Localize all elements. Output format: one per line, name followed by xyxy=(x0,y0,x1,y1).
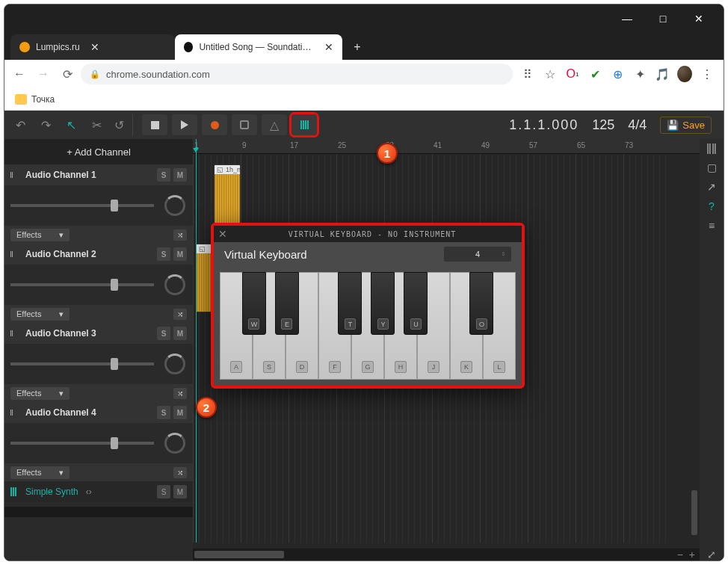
zoom-out[interactable]: − xyxy=(677,549,683,561)
solo-button[interactable]: S xyxy=(157,327,170,340)
ruler[interactable]: 1 9 17 25 33 41 49 57 65 73 xyxy=(193,139,700,154)
ext-check-icon[interactable]: ✔ xyxy=(587,67,602,81)
window-min[interactable]: — xyxy=(610,7,644,30)
record-button[interactable] xyxy=(202,114,227,135)
undo-button[interactable]: ↶ xyxy=(9,114,31,136)
vertical-scrollbar[interactable] xyxy=(689,274,700,547)
timesig-display[interactable]: 4/4 xyxy=(628,117,647,133)
ext-globe-icon[interactable]: ⊕ xyxy=(610,67,625,81)
scroll-thumb[interactable] xyxy=(194,551,284,558)
channel-2[interactable]: Audio Channel 2SM Effects▾⤭ xyxy=(4,244,193,323)
save-button[interactable]: 💾Save xyxy=(660,117,712,134)
horizontal-scrollbar[interactable]: −+ xyxy=(193,549,700,561)
channel-3[interactable]: Audio Channel 3SM Effects▾⤭ xyxy=(4,323,193,402)
menu-icon[interactable]: ⋮ xyxy=(700,67,715,81)
pan-knob[interactable] xyxy=(164,274,185,295)
zoom-in[interactable]: + xyxy=(689,549,695,561)
automation-button[interactable]: ⤭ xyxy=(173,309,187,320)
extensions-icon[interactable]: ✦ xyxy=(632,67,647,81)
library-icon[interactable]: ǁǁ xyxy=(706,142,717,154)
virtual-keyboard-panel[interactable]: ✕ VIRTUAL KEYBOARD - NO INSTRUMENT Virtu… xyxy=(211,223,525,389)
channel-name: Audio Channel 3 xyxy=(25,328,96,339)
volume-fader[interactable] xyxy=(10,283,154,286)
effects-dropdown[interactable]: Effects▾ xyxy=(10,308,70,321)
key-label: A xyxy=(230,361,242,373)
playhead[interactable] xyxy=(196,139,197,543)
share-icon[interactable]: ↗ xyxy=(707,181,716,193)
volume-fader[interactable] xyxy=(10,204,154,207)
avatar-icon[interactable] xyxy=(677,67,692,81)
help-icon[interactable]: ? xyxy=(709,200,715,212)
forward-button[interactable]: → xyxy=(33,64,54,84)
effects-dropdown[interactable]: Effects▾ xyxy=(10,229,70,241)
app-toolbar: ↶ ↷ ↖ ✂ ↺ △ 1.1.1.000 125 4/4 💾Save xyxy=(4,111,724,139)
mute-button[interactable]: M xyxy=(173,168,187,182)
black-key[interactable]: U xyxy=(404,272,428,335)
window-titlebar[interactable]: — □ ✕ xyxy=(4,4,724,33)
new-tab-button[interactable]: + xyxy=(347,37,368,58)
tab-close-icon[interactable]: ✕ xyxy=(90,41,99,53)
effects-dropdown[interactable]: Effects▾ xyxy=(10,387,70,400)
black-key[interactable]: T xyxy=(338,272,362,335)
loop-tool[interactable]: ↺ xyxy=(111,114,133,136)
volume-fader[interactable] xyxy=(10,362,154,365)
folder-icon[interactable]: ▢ xyxy=(707,161,717,173)
octave-select[interactable]: 4 xyxy=(444,247,511,262)
translate-icon[interactable]: ⠿ xyxy=(520,67,535,81)
tab-soundation[interactable]: Untitled Song — Soundation Stu ✕ xyxy=(175,34,342,60)
channel-1[interactable]: Audio Channel 1SM Effects▾⤭ xyxy=(4,164,193,244)
solo-button[interactable]: S xyxy=(157,168,170,182)
window-max[interactable]: □ xyxy=(646,7,680,30)
key-label: J xyxy=(428,361,439,373)
channel-scroll[interactable] xyxy=(4,507,193,517)
mute-button[interactable]: M xyxy=(173,485,187,498)
redo-button[interactable]: ↷ xyxy=(34,114,57,136)
mute-button[interactable]: M xyxy=(173,327,187,340)
reload-button[interactable]: ⟳ xyxy=(57,64,78,84)
pan-knob[interactable] xyxy=(164,353,185,374)
ruler-tick: 9 xyxy=(242,141,247,149)
solo-button[interactable]: S xyxy=(157,406,170,419)
black-key[interactable]: E xyxy=(275,272,299,335)
solo-button[interactable]: S xyxy=(157,485,170,498)
tab-lumpics[interactable]: Lumpics.ru ✕ xyxy=(10,34,175,60)
pointer-tool[interactable]: ↖ xyxy=(60,114,82,136)
stepper-icon[interactable]: ‹› xyxy=(86,487,92,497)
back-button[interactable]: ← xyxy=(9,64,30,84)
expand-icon[interactable]: ⤢ xyxy=(707,549,716,561)
black-key[interactable]: O xyxy=(469,272,493,335)
stop-button[interactable] xyxy=(142,114,167,135)
metronome-button[interactable]: △ xyxy=(262,114,287,135)
mute-button[interactable]: M xyxy=(173,247,187,261)
automation-button[interactable]: ⤭ xyxy=(173,229,187,241)
channel-4[interactable]: Audio Channel 4SM Effects▾⤭ xyxy=(4,402,193,481)
ext-music-icon[interactable]: 🎵 xyxy=(655,67,670,81)
play-button[interactable] xyxy=(172,114,197,135)
position-display[interactable]: 1.1.1.000 xyxy=(509,117,579,133)
black-key[interactable]: Y xyxy=(371,272,395,335)
channel-simple-synth[interactable]: Simple Synth ‹› SM xyxy=(4,481,193,502)
add-channel-button[interactable]: + Add Channel xyxy=(4,139,193,164)
tempo-display[interactable]: 125 xyxy=(592,117,614,133)
virtual-keyboard-button[interactable] xyxy=(291,114,317,135)
settings-icon[interactable]: ≡ xyxy=(709,220,715,232)
bookmark-folder[interactable]: Точка xyxy=(10,91,59,108)
automation-button[interactable]: ⤭ xyxy=(173,388,187,399)
volume-fader[interactable] xyxy=(10,442,154,445)
window-close[interactable]: ✕ xyxy=(682,7,716,30)
channel-name: Audio Channel 4 xyxy=(25,407,96,418)
ext-opera-icon[interactable]: O1 xyxy=(565,67,580,81)
close-icon[interactable]: ✕ xyxy=(218,228,227,240)
tab-close-icon[interactable]: ✕ xyxy=(324,41,333,53)
automation-button[interactable]: ⤭ xyxy=(173,467,187,478)
screen-button[interactable] xyxy=(232,114,257,135)
black-key[interactable]: W xyxy=(242,272,266,335)
omnibox[interactable]: 🔒 chrome.soundation.com xyxy=(81,64,513,84)
mute-button[interactable]: M xyxy=(173,406,187,419)
solo-button[interactable]: S xyxy=(157,247,170,261)
star-icon[interactable]: ☆ xyxy=(543,67,558,81)
pan-knob[interactable] xyxy=(164,433,185,454)
effects-dropdown[interactable]: Effects▾ xyxy=(10,466,70,479)
pan-knob[interactable] xyxy=(164,195,185,216)
cut-tool[interactable]: ✂ xyxy=(85,114,108,136)
